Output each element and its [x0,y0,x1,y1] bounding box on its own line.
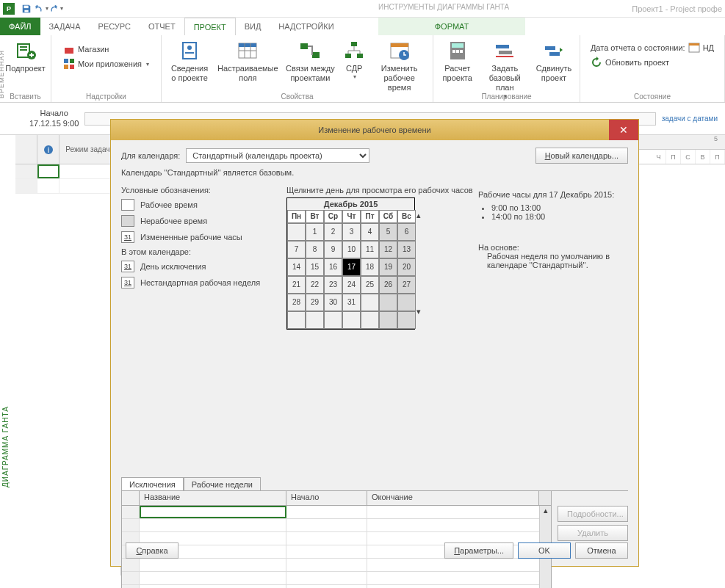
calendar-day[interactable] [379,294,397,311]
undo-button[interactable]: ▾ [34,1,48,16]
calendar-day[interactable]: 4 [361,223,379,241]
calendar-day[interactable] [397,294,416,311]
calendar-day[interactable]: 28 [287,294,306,311]
calendar-day[interactable]: 27 [397,276,416,294]
help-button[interactable]: Справка [126,542,178,559]
cancel-button[interactable]: Отмена [575,542,628,559]
store-button[interactable]: Магазин [60,42,112,57]
calendar-day[interactable]: 3 [342,223,361,241]
change-time-button[interactable]: Изменить рабочее время [370,37,428,95]
table-row[interactable] [122,519,551,532]
calendar-day[interactable] [397,311,416,329]
calendar-day[interactable]: 29 [306,294,324,311]
subproject-button[interactable]: Подпроект [2,37,48,75]
app-icon: P [3,3,15,15]
calendar-day[interactable]: 9 [324,241,342,258]
links-button[interactable]: Связи между проектами [283,37,339,95]
delete-button[interactable]: Удалить [558,525,628,541]
calendar-day[interactable] [324,311,342,329]
calendar-day[interactable]: 13 [397,241,416,258]
table-row[interactable] [122,572,551,585]
calendar-day[interactable]: 21 [287,276,306,294]
new-calendar-button[interactable]: Новый календарь... [535,148,628,164]
tab-view[interactable]: ВИД [236,18,270,35]
calendar-day[interactable]: 10 [342,241,361,258]
calendar[interactable]: Декабрь 2015 ПнВтСрЧтПтСбВс1234567891011… [286,197,415,330]
task-grid[interactable]: i Режим задачи [15,135,123,576]
svg-rect-28 [456,50,459,53]
status-date-row: Дата отчета о состоянии: НД [588,40,717,55]
svg-rect-4 [20,46,27,48]
tab-workweeks[interactable]: Рабочие недели [184,477,261,491]
calendar-day[interactable]: 11 [361,241,379,258]
cal-scroll-up[interactable]: ▴ [416,211,427,220]
timeline-vert-label: ВРЕМЕННАЯ [0,49,5,98]
svg-rect-19 [351,42,357,46]
tab-addins[interactable]: НАДСТРОЙКИ [270,18,342,35]
table-row[interactable] [122,506,551,519]
myapps-button[interactable]: Мои приложения▾ [60,57,152,71]
table-row[interactable] [122,559,551,572]
calendar-day[interactable]: 12 [379,241,397,258]
tab-task[interactable]: ЗАДАЧА [40,18,90,35]
col-start[interactable]: Начало [286,491,367,505]
svg-text:i: i [48,145,49,154]
custom-fields-button[interactable]: Настраиваемые поля [214,37,281,95]
calendar-day[interactable] [361,311,379,329]
table-row[interactable] [122,585,551,588]
tab-format[interactable]: ФОРМАТ [378,18,525,35]
calendar-day[interactable]: 17 [342,258,361,276]
calendar-day[interactable] [379,311,397,329]
tab-report[interactable]: ОТЧЕТ [140,18,184,35]
calendar-day[interactable]: 24 [342,276,361,294]
calendar-day[interactable]: 8 [306,241,324,258]
tab-project[interactable]: ПРОЕКТ [184,18,236,35]
calendar-day[interactable] [287,223,306,241]
calendar-day[interactable]: 18 [361,258,379,276]
calendar-day[interactable]: 5 [379,223,397,241]
calendar-day[interactable]: 20 [397,258,416,276]
calendar-day[interactable]: 22 [306,276,324,294]
options-button[interactable]: Параметры... [444,542,513,559]
dialog-title: Изменение рабочего времени ✕ [111,120,638,140]
close-button[interactable]: ✕ [609,120,638,140]
tab-file[interactable]: ФАЙЛ [0,18,40,35]
calendar-day[interactable]: 15 [306,258,324,276]
calendar-day[interactable]: 23 [324,276,342,294]
wbs-button[interactable]: СДР▾ [339,37,369,95]
col-name[interactable]: Название [140,491,286,505]
project-info-button[interactable]: Сведения о проекте [166,37,213,95]
calendar-day[interactable]: 2 [324,223,342,241]
calendar-day[interactable]: 16 [324,258,342,276]
ok-button[interactable]: OK [518,542,571,559]
calendar-day[interactable] [287,311,306,329]
calendar-select[interactable]: Стандартный (календарь проекта) [186,148,369,163]
group-status: Состояние [580,92,724,101]
svg-rect-18 [312,52,320,58]
calendar-day[interactable] [342,311,361,329]
calendar-day[interactable]: 26 [379,276,397,294]
exceptions-table[interactable]: Название Начало Окончание ▴▾ [121,490,552,588]
calendar-day[interactable]: 6 [397,223,416,241]
calendar-day[interactable]: 31 [342,294,361,311]
calendar-day[interactable]: 19 [379,258,397,276]
calendar-day[interactable] [361,294,379,311]
calendar-day[interactable]: 1 [306,223,324,241]
calendar-day[interactable]: 25 [361,276,379,294]
calendar-day[interactable]: 14 [287,258,306,276]
contextual-tools-label: ИНСТРУМЕНТЫ ДИАГРАММЫ ГАНТА [378,3,509,11]
svg-rect-0 [24,5,29,8]
tab-resource[interactable]: РЕСУРС [90,18,140,35]
calendar-day[interactable]: 30 [324,294,342,311]
details-button[interactable]: Подробности... [558,506,628,522]
calendar-day[interactable] [306,311,324,329]
update-project-button[interactable]: Обновить проект [588,55,672,70]
tab-exceptions[interactable]: Исключения [121,477,184,491]
save-button[interactable] [19,1,34,16]
svg-rect-1 [24,10,28,12]
cal-scroll-down[interactable]: ▾ [416,307,427,316]
ribbon: Подпроект Вставить Магазин Мои приложени… [0,35,725,103]
redo-button[interactable]: ▾ [48,1,63,16]
col-end[interactable]: Окончание [367,491,539,505]
calendar-day[interactable]: 7 [287,241,306,258]
